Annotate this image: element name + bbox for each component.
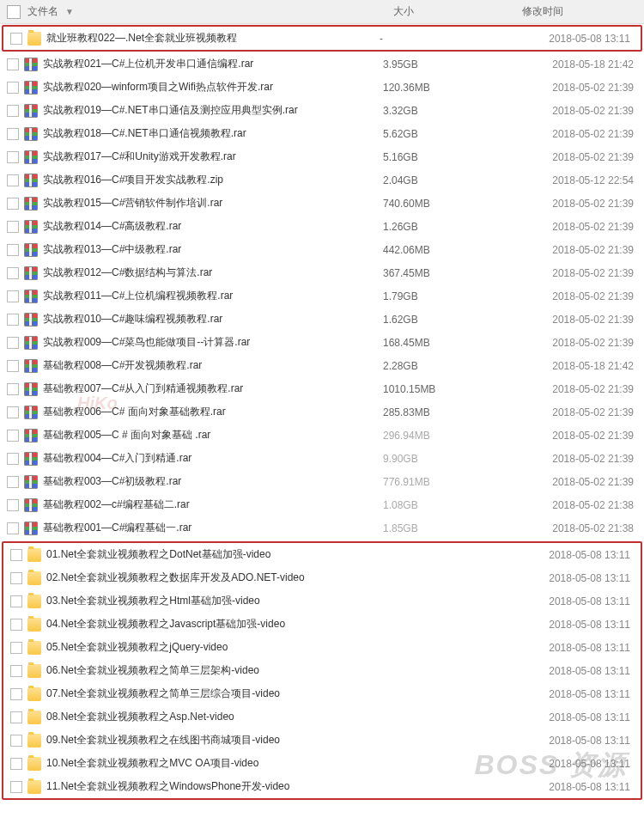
row-checkbox[interactable] (7, 290, 19, 302)
row-checkbox[interactable] (7, 360, 19, 372)
row-checkbox[interactable] (10, 595, 22, 607)
file-row[interactable]: 基础教程001—C#编程基础一.rar1.85GB2018-05-02 21:3… (0, 516, 644, 540)
file-name[interactable]: 基础教程008—C#开发视频教程.rar (43, 358, 383, 373)
file-name[interactable]: 实战教程016—C#项目开发实战教程.zip (43, 173, 383, 187)
row-checkbox[interactable] (7, 267, 19, 279)
file-row[interactable]: 04.Net全套就业视频教程之Javascript基础加强-video2018-… (3, 613, 641, 636)
file-name[interactable]: 基础教程006—C# 面向对象基础教程.rar (43, 405, 383, 419)
column-size-header[interactable]: 大小 (393, 4, 414, 19)
file-name[interactable]: 04.Net全套就业视频教程之Javascript基础加强-video (46, 617, 380, 632)
file-name[interactable]: 09.Net全套就业视频教程之在线图书商城项目-video (46, 733, 380, 748)
file-row[interactable]: 基础教程004—C#入门到精通.rar9.90GB2018-05-02 21:3… (0, 447, 644, 470)
file-row[interactable]: 基础教程005—C # 面向对象基础 .rar296.94MB2018-05-0… (0, 424, 644, 447)
file-row[interactable]: 05.Net全套就业视频教程之jQuery-video2018-05-08 13… (3, 636, 641, 659)
file-row[interactable]: 实战教程021—C#上位机开发串口通信编程.rar3.95GB2018-05-1… (0, 52, 644, 76)
column-date-header[interactable]: 修改时间 (522, 4, 563, 19)
file-row[interactable]: 基础教程002—c#编程基础二.rar1.08GB2018-05-02 21:3… (0, 493, 644, 516)
file-name[interactable]: 实战教程013—C#中级教程.rar (43, 242, 383, 257)
file-name[interactable]: 11.Net全套就业视频教程之WindowsPhone开发-video (46, 779, 380, 794)
row-checkbox[interactable] (7, 406, 19, 418)
row-checkbox[interactable] (7, 499, 19, 511)
select-all-checkbox[interactable] (7, 5, 21, 19)
file-row[interactable]: 实战教程009—C#菜鸟也能做项目--计算器.rar168.45MB2018-0… (0, 331, 644, 354)
file-row[interactable]: 09.Net全套就业视频教程之在线图书商城项目-video2018-05-08 … (3, 729, 641, 752)
row-checkbox[interactable] (10, 688, 22, 700)
file-name[interactable]: 基础教程003—C#初级教程.rar (43, 474, 383, 489)
row-checkbox[interactable] (7, 453, 19, 465)
file-row[interactable]: 实战教程010—C#趣味编程视频教程.rar1.62GB2018-05-02 2… (0, 308, 644, 331)
file-row[interactable]: 03.Net全套就业视频教程之Html基础加强-video2018-05-08 … (3, 589, 641, 613)
file-row[interactable]: 实战教程017—C#和Unity游戏开发教程.rar5.16GB2018-05-… (0, 145, 644, 168)
row-checkbox[interactable] (7, 82, 19, 94)
file-name[interactable]: 01.Net全套就业视频教程之DotNet基础加强-video (46, 547, 380, 562)
file-row[interactable]: 实战教程019—C#.NET串口通信及测控应用典型实例.rar3.32GB201… (0, 99, 644, 122)
row-checkbox[interactable] (10, 549, 22, 561)
file-row[interactable]: 基础教程008—C#开发视频教程.rar2.28GB2018-05-18 21:… (0, 354, 644, 377)
row-checkbox[interactable] (7, 221, 19, 233)
file-name[interactable]: 08.Net全套就业视频教程之Asp.Net-video (46, 710, 380, 724)
row-checkbox[interactable] (7, 476, 19, 488)
row-checkbox[interactable] (7, 151, 19, 163)
file-row[interactable]: 实战教程014—C#高级教程.rar1.26GB2018-05-02 21:39 (0, 215, 644, 238)
file-name[interactable]: 基础教程005—C # 面向对象基础 .rar (43, 428, 383, 442)
file-name[interactable]: 基础教程004—C#入门到精通.rar (43, 451, 383, 466)
file-name[interactable]: 实战教程018—C#.NET串口通信视频教程.rar (43, 126, 383, 141)
row-checkbox[interactable] (10, 619, 22, 631)
file-row[interactable]: 02.Net全套就业视频教程之数据库开发及ADO.NET-video2018-0… (3, 566, 641, 589)
file-row[interactable]: 实战教程020—winform项目之Wifi热点软件开发.rar120.36MB… (0, 76, 644, 99)
file-name[interactable]: 05.Net全套就业视频教程之jQuery-video (46, 640, 380, 655)
row-checkbox[interactable] (7, 198, 19, 210)
file-name[interactable]: 03.Net全套就业视频教程之Html基础加强-video (46, 594, 380, 608)
file-row[interactable]: 基础教程003—C#初级教程.rar776.91MB2018-05-02 21:… (0, 470, 644, 493)
row-checkbox[interactable] (10, 642, 22, 654)
row-checkbox[interactable] (7, 522, 19, 534)
file-row[interactable]: 基础教程006—C# 面向对象基础教程.rar285.83MB2018-05-0… (0, 400, 644, 424)
file-name[interactable]: 06.Net全套就业视频教程之简单三层架构-video (46, 663, 380, 678)
file-name[interactable]: 实战教程009—C#菜鸟也能做项目--计算器.rar (43, 335, 383, 350)
file-row[interactable]: 实战教程015—C#营销软件制作培训.rar740.60MB2018-05-02… (0, 192, 644, 215)
file-row[interactable]: 01.Net全套就业视频教程之DotNet基础加强-video2018-05-0… (3, 543, 641, 566)
row-checkbox[interactable] (7, 244, 19, 256)
row-checkbox[interactable] (10, 665, 22, 677)
row-checkbox[interactable] (7, 314, 19, 326)
column-name-header[interactable]: 文件名 (27, 4, 58, 19)
file-row[interactable]: 实战教程012—C#数据结构与算法.rar367.45MB2018-05-02 … (0, 261, 644, 284)
file-name[interactable]: 实战教程017—C#和Unity游戏开发教程.rar (43, 150, 383, 164)
file-name[interactable]: 实战教程021—C#上位机开发串口通信编程.rar (43, 57, 383, 71)
row-checkbox[interactable] (10, 735, 22, 747)
file-row[interactable]: 11.Net全套就业视频教程之WindowsPhone开发-video2018-… (3, 775, 641, 798)
file-row[interactable]: 06.Net全套就业视频教程之简单三层架构-video2018-05-08 13… (3, 659, 641, 682)
file-row[interactable]: 实战教程018—C#.NET串口通信视频教程.rar5.62GB2018-05-… (0, 122, 644, 145)
file-row[interactable]: 实战教程013—C#中级教程.rar442.06MB2018-05-02 21:… (0, 238, 644, 261)
file-name[interactable]: 就业班教程022—.Net全套就业班视频教程 (46, 31, 380, 46)
file-row[interactable]: 07.Net全套就业视频教程之简单三层综合项目-video2018-05-08 … (3, 682, 641, 705)
file-name[interactable]: 实战教程015—C#营销软件制作培训.rar (43, 196, 383, 211)
row-checkbox[interactable] (7, 128, 19, 140)
file-name[interactable]: 实战教程010—C#趣味编程视频教程.rar (43, 312, 383, 326)
row-checkbox[interactable] (10, 711, 22, 723)
file-name[interactable]: 实战教程019—C#.NET串口通信及测控应用典型实例.rar (43, 103, 383, 118)
file-row[interactable]: 08.Net全套就业视频教程之Asp.Net-video2018-05-08 1… (3, 705, 641, 729)
row-checkbox[interactable] (10, 758, 22, 770)
file-name[interactable]: 实战教程012—C#数据结构与算法.rar (43, 265, 383, 280)
file-row[interactable]: 就业班教程022—.Net全套就业班视频教程 - 2018-05-08 13:1… (3, 27, 641, 49)
row-checkbox[interactable] (10, 33, 22, 45)
file-row[interactable]: 基础教程007—C#从入门到精通视频教程.rar1010.15MB2018-05… (0, 377, 644, 400)
file-row[interactable]: 实战教程011—C#上位机编程视频教程.rar1.79GB2018-05-02 … (0, 284, 644, 308)
file-name[interactable]: 实战教程011—C#上位机编程视频教程.rar (43, 289, 383, 303)
row-checkbox[interactable] (10, 572, 22, 584)
row-checkbox[interactable] (10, 781, 22, 793)
row-checkbox[interactable] (7, 337, 19, 349)
row-checkbox[interactable] (7, 105, 19, 117)
row-checkbox[interactable] (7, 383, 19, 395)
row-checkbox[interactable] (7, 174, 19, 186)
row-checkbox[interactable] (7, 430, 19, 442)
row-checkbox[interactable] (7, 58, 19, 70)
file-name[interactable]: 10.Net全套就业视频教程之MVC OA项目-video (46, 756, 380, 771)
file-name[interactable]: 07.Net全套就业视频教程之简单三层综合项目-video (46, 686, 380, 701)
file-name[interactable]: 基础教程002—c#编程基础二.rar (43, 497, 383, 512)
file-name[interactable]: 02.Net全套就业视频教程之数据库开发及ADO.NET-video (46, 571, 380, 585)
file-row[interactable]: 实战教程016—C#项目开发实战教程.zip2.04GB2018-05-12 2… (0, 168, 644, 192)
file-name[interactable]: 实战教程020—winform项目之Wifi热点软件开发.rar (43, 80, 383, 95)
file-name[interactable]: 实战教程014—C#高级教程.rar (43, 219, 383, 234)
